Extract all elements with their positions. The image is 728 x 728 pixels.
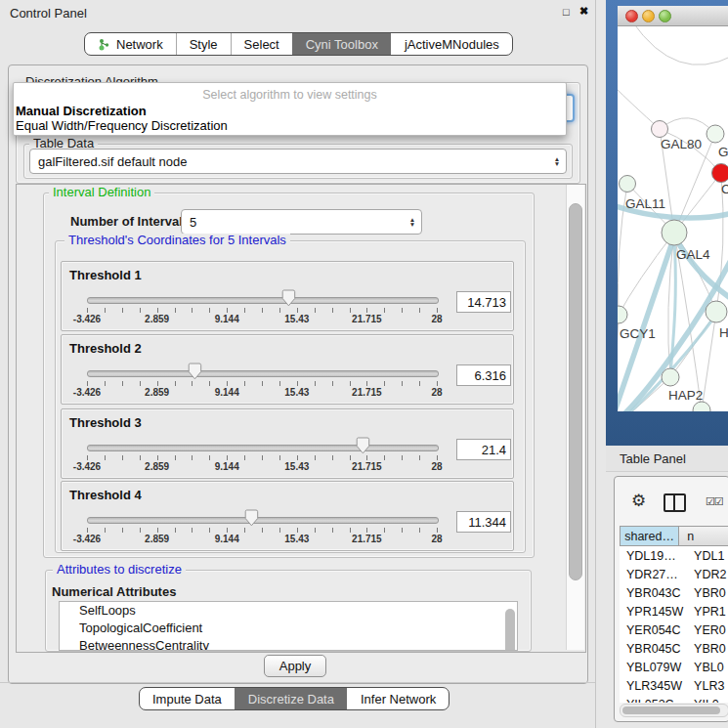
cell-name[interactable]: YIL0 — [685, 698, 728, 704]
slider-tick — [192, 308, 193, 313]
slider-thumb[interactable] — [244, 509, 259, 527]
zoom-window-icon[interactable] — [659, 10, 671, 22]
cell-shared-name[interactable]: YBR045C — [620, 642, 685, 656]
tab-select[interactable]: Select — [231, 33, 292, 55]
gal80-node[interactable] — [652, 121, 668, 138]
algorithm-option-manual[interactable]: Manual Discretization — [16, 104, 543, 118]
tab-style[interactable]: Style — [176, 33, 231, 55]
table-row[interactable]: YER054CYER0 — [620, 621, 728, 639]
cell-name[interactable]: YER0 — [685, 623, 728, 637]
table-row[interactable]: YPR145WYPR1 — [620, 602, 728, 621]
table-hscrollbar-thumb[interactable] — [622, 707, 720, 714]
close-panel-icon[interactable]: ✖ — [579, 5, 588, 18]
slider-tick — [279, 455, 280, 460]
cell-name[interactable]: YBR0 — [685, 586, 728, 600]
tab-jactivemnodules[interactable]: jActiveMNodules — [391, 33, 512, 55]
table-hscrollbar-track[interactable] — [620, 704, 728, 717]
cell-shared-name[interactable]: YBL079W — [620, 661, 685, 674]
slider-tick-label: 2.859 — [133, 534, 182, 544]
cell-name[interactable]: YPR1 — [685, 605, 728, 619]
gal11-node[interactable] — [620, 176, 636, 193]
gal4-node-label: GAL4 — [676, 247, 710, 262]
apply-button[interactable]: Apply — [264, 655, 326, 677]
algorithm-option-equal-width[interactable]: Equal Width/Frequency Discretization — [16, 118, 543, 133]
table-toolbar: ⚙ ☑☑ — [615, 477, 728, 524]
attribute-item-betweennesscentrality[interactable]: BetweennessCentrality — [60, 637, 517, 651]
h-node[interactable] — [706, 301, 727, 322]
slider-tick — [384, 528, 385, 533]
network-edge[interactable] — [674, 236, 728, 300]
slider-tick — [192, 455, 193, 460]
slider-track[interactable] — [87, 297, 439, 304]
table-row[interactable]: YBL079WYBL0 — [620, 658, 728, 676]
float-panel-icon[interactable]: □ — [563, 6, 570, 18]
slider-track[interactable] — [87, 517, 439, 524]
network-edge[interactable] — [618, 85, 660, 129]
column-header-shared-name[interactable]: shared… — [620, 526, 679, 546]
split-pane-divider[interactable] — [595, 0, 596, 728]
control-panel-titlebar: Control Panel □ ✖ — [0, 0, 596, 25]
slider-thumb[interactable] — [281, 289, 296, 307]
table-row[interactable]: YDL19…YDL1 — [620, 546, 728, 565]
tab-infer-network[interactable]: Infer Network — [347, 688, 449, 709]
network-edge[interactable] — [619, 233, 674, 315]
slider-tick — [419, 455, 420, 460]
attributes-scrollbar-thumb[interactable] — [505, 609, 515, 651]
table-data-combo[interactable]: galFiltered.sif default node ▲▼ — [29, 149, 567, 174]
cell-shared-name[interactable]: YDR27… — [620, 568, 685, 581]
hap2-node[interactable] — [662, 368, 679, 386]
cell-shared-name[interactable]: YBR043C — [620, 586, 685, 600]
cell-name[interactable]: YLR3 — [685, 679, 728, 693]
slider-tick — [122, 308, 123, 313]
cell-shared-name[interactable]: YER054C — [620, 623, 685, 637]
network-canvas[interactable]: GAL80GACGAL11GAL4GCY1HHAP2 — [618, 26, 728, 411]
cell-name[interactable]: YDL1 — [685, 549, 728, 563]
slider-tick — [209, 308, 210, 313]
network-window-titlebar[interactable] — [618, 6, 728, 26]
edge-node[interactable] — [707, 125, 724, 143]
red-node[interactable] — [712, 164, 728, 183]
slider-tick-label: 21.715 — [342, 534, 391, 544]
gcy1-node[interactable] — [618, 306, 627, 323]
cut-node[interactable] — [693, 402, 710, 411]
table-row[interactable]: YDR27…YDR2 — [620, 565, 728, 583]
tab-network[interactable]: Network — [85, 33, 176, 55]
numerical-attributes-list[interactable]: SelfLoopsTopologicalCoefficientBetweenne… — [59, 601, 518, 651]
table-row[interactable]: YLR345WYLR3 — [620, 676, 728, 695]
minimize-window-icon[interactable] — [642, 10, 655, 22]
slider-tick — [140, 455, 141, 460]
gcy1-node-label: GCY1 — [620, 326, 656, 341]
split-columns-icon[interactable] — [664, 493, 686, 512]
network-edge[interactable] — [632, 26, 728, 64]
slider-thumb[interactable] — [188, 363, 202, 380]
slider-track[interactable] — [87, 445, 439, 451]
cell-name[interactable]: YDR2 — [685, 568, 728, 581]
table-row[interactable]: YBR043CYBR0 — [620, 583, 728, 602]
slider-track[interactable] — [87, 370, 439, 377]
cell-shared-name[interactable]: YIL052C — [620, 698, 685, 704]
gal4-node[interactable] — [662, 220, 687, 245]
close-window-icon[interactable] — [625, 10, 638, 22]
threshold-value-field[interactable] — [456, 511, 511, 533]
threshold-value-field[interactable] — [456, 439, 511, 460]
table-row[interactable]: YIL052CYIL0 — [620, 695, 728, 703]
tab-cyni-toolbox[interactable]: Cyni Toolbox — [292, 33, 391, 55]
settings-scrollbar-thumb[interactable] — [569, 203, 582, 580]
cell-shared-name[interactable]: YDL19… — [620, 549, 685, 563]
cell-name[interactable]: YBL0 — [685, 661, 728, 674]
table-row[interactable]: YBR045CYBR0 — [620, 639, 728, 658]
tab-discretize-data[interactable]: Discretize Data — [235, 688, 347, 709]
cell-shared-name[interactable]: YPR145W — [620, 605, 685, 619]
tab-impute-data[interactable]: Impute Data — [140, 688, 235, 709]
threshold-value-field[interactable] — [456, 364, 511, 386]
slider-thumb[interactable] — [356, 437, 370, 454]
cell-shared-name[interactable]: YLR345W — [620, 679, 685, 693]
select-columns-icon[interactable]: ☑☑ — [706, 495, 723, 508]
threshold-value-field[interactable] — [456, 291, 511, 313]
number-of-intervals-combo[interactable]: 5 ▲▼ — [181, 209, 422, 235]
cell-name[interactable]: YBR0 — [685, 642, 728, 656]
gear-icon[interactable]: ⚙ — [631, 491, 646, 510]
attribute-item-selfloops[interactable]: SelfLoops — [60, 602, 517, 620]
column-header-name[interactable]: n — [679, 526, 728, 546]
attribute-item-topologicalcoefficient[interactable]: TopologicalCoefficient — [60, 620, 517, 637]
